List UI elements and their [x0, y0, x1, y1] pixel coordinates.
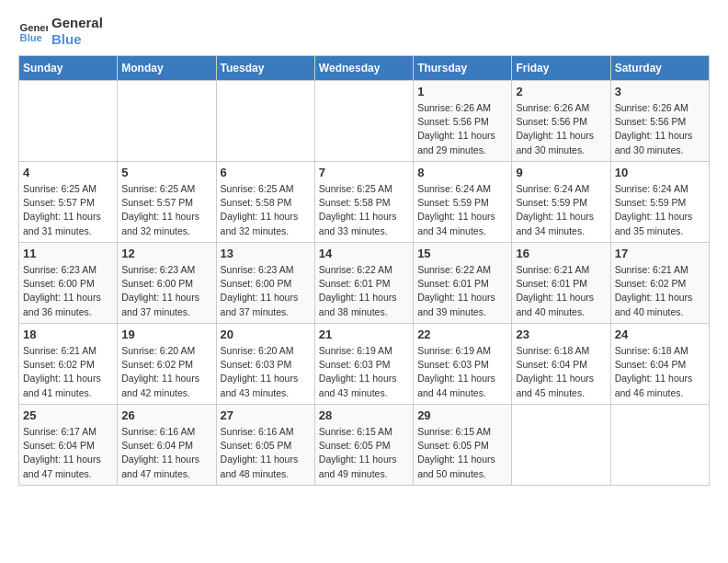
day-info: Sunrise: 6:26 AM Sunset: 5:56 PM Dayligh…	[516, 101, 606, 157]
day-info: Sunrise: 6:15 AM Sunset: 6:05 PM Dayligh…	[417, 425, 507, 481]
calendar-cell: 5Sunrise: 6:25 AM Sunset: 5:57 PM Daylig…	[118, 162, 216, 243]
page-header: General Blue General Blue	[18, 15, 710, 48]
calendar-cell: 22Sunrise: 6:19 AM Sunset: 6:03 PM Dayli…	[414, 324, 512, 405]
day-number: 11	[23, 247, 113, 260]
calendar-cell: 16Sunrise: 6:21 AM Sunset: 6:01 PM Dayli…	[512, 243, 610, 324]
calendar-cell: 26Sunrise: 6:16 AM Sunset: 6:04 PM Dayli…	[118, 405, 216, 486]
day-info: Sunrise: 6:26 AM Sunset: 5:56 PM Dayligh…	[615, 101, 705, 157]
col-thursday: Thursday	[414, 56, 512, 81]
calendar-cell: 1Sunrise: 6:26 AM Sunset: 5:56 PM Daylig…	[414, 81, 512, 162]
col-wednesday: Wednesday	[314, 56, 413, 81]
svg-text:General: General	[20, 22, 48, 33]
day-number: 2	[516, 85, 606, 98]
calendar-cell: 19Sunrise: 6:20 AM Sunset: 6:02 PM Dayli…	[118, 324, 216, 405]
day-number: 16	[516, 247, 606, 260]
day-number: 10	[615, 166, 705, 179]
col-monday: Monday	[118, 56, 216, 81]
day-info: Sunrise: 6:25 AM Sunset: 5:58 PM Dayligh…	[319, 182, 409, 238]
day-number: 20	[221, 327, 311, 341]
day-number: 23	[516, 327, 606, 341]
day-number: 27	[221, 408, 311, 422]
calendar-cell: 25Sunrise: 6:17 AM Sunset: 6:04 PM Dayli…	[19, 405, 118, 486]
day-info: Sunrise: 6:24 AM Sunset: 5:59 PM Dayligh…	[417, 182, 507, 238]
calendar-cell	[314, 81, 413, 162]
day-info: Sunrise: 6:20 AM Sunset: 6:03 PM Dayligh…	[221, 344, 311, 400]
day-info: Sunrise: 6:16 AM Sunset: 6:04 PM Dayligh…	[121, 425, 211, 481]
day-number: 4	[23, 166, 113, 179]
calendar-cell: 11Sunrise: 6:23 AM Sunset: 6:00 PM Dayli…	[19, 243, 118, 324]
calendar-cell: 29Sunrise: 6:15 AM Sunset: 6:05 PM Dayli…	[414, 405, 512, 486]
day-number: 3	[615, 85, 705, 98]
day-info: Sunrise: 6:23 AM Sunset: 6:00 PM Dayligh…	[23, 263, 113, 319]
calendar-cell: 27Sunrise: 6:16 AM Sunset: 6:05 PM Dayli…	[216, 405, 314, 486]
day-info: Sunrise: 6:20 AM Sunset: 6:02 PM Dayligh…	[121, 344, 211, 400]
calendar-cell: 2Sunrise: 6:26 AM Sunset: 5:56 PM Daylig…	[512, 81, 610, 162]
calendar-cell: 8Sunrise: 6:24 AM Sunset: 5:59 PM Daylig…	[414, 162, 512, 243]
day-number: 26	[121, 408, 211, 422]
calendar-cell	[512, 405, 610, 486]
calendar-cell: 3Sunrise: 6:26 AM Sunset: 5:56 PM Daylig…	[610, 81, 709, 162]
calendar-cell: 21Sunrise: 6:19 AM Sunset: 6:03 PM Dayli…	[314, 324, 413, 405]
calendar-cell: 9Sunrise: 6:24 AM Sunset: 5:59 PM Daylig…	[512, 162, 610, 243]
day-number: 6	[221, 166, 311, 179]
logo: General Blue General Blue	[18, 15, 103, 48]
calendar-cell	[19, 81, 118, 162]
calendar-cell	[216, 81, 314, 162]
col-saturday: Saturday	[610, 56, 709, 81]
day-number: 17	[615, 247, 705, 260]
day-number: 15	[417, 247, 507, 260]
day-number: 21	[319, 327, 409, 341]
calendar-cell: 28Sunrise: 6:15 AM Sunset: 6:05 PM Dayli…	[314, 405, 413, 486]
day-info: Sunrise: 6:16 AM Sunset: 6:05 PM Dayligh…	[221, 425, 311, 481]
day-info: Sunrise: 6:24 AM Sunset: 5:59 PM Dayligh…	[516, 182, 606, 238]
calendar-cell: 10Sunrise: 6:24 AM Sunset: 5:59 PM Dayli…	[610, 162, 709, 243]
svg-text:Blue: Blue	[20, 32, 42, 43]
calendar-cell: 17Sunrise: 6:21 AM Sunset: 6:02 PM Dayli…	[610, 243, 709, 324]
calendar-cell: 7Sunrise: 6:25 AM Sunset: 5:58 PM Daylig…	[314, 162, 413, 243]
day-number: 5	[121, 166, 211, 179]
calendar-cell: 20Sunrise: 6:20 AM Sunset: 6:03 PM Dayli…	[216, 324, 314, 405]
calendar-cell: 15Sunrise: 6:22 AM Sunset: 6:01 PM Dayli…	[414, 243, 512, 324]
day-number: 18	[23, 327, 113, 341]
day-number: 19	[121, 327, 211, 341]
calendar-table: Sunday Monday Tuesday Wednesday Thursday…	[18, 55, 710, 486]
day-number: 9	[516, 166, 606, 179]
day-number: 13	[221, 247, 311, 260]
col-tuesday: Tuesday	[216, 56, 314, 81]
calendar-cell: 13Sunrise: 6:23 AM Sunset: 6:00 PM Dayli…	[216, 243, 314, 324]
day-number: 24	[615, 327, 705, 341]
day-number: 8	[417, 166, 507, 179]
day-info: Sunrise: 6:17 AM Sunset: 6:04 PM Dayligh…	[23, 425, 113, 481]
day-info: Sunrise: 6:25 AM Sunset: 5:57 PM Dayligh…	[121, 182, 211, 238]
col-friday: Friday	[512, 56, 610, 81]
day-info: Sunrise: 6:19 AM Sunset: 6:03 PM Dayligh…	[319, 344, 409, 400]
day-info: Sunrise: 6:21 AM Sunset: 6:02 PM Dayligh…	[23, 344, 113, 400]
day-number: 14	[319, 247, 409, 260]
day-info: Sunrise: 6:25 AM Sunset: 5:57 PM Dayligh…	[23, 182, 113, 238]
calendar-header-row: Sunday Monday Tuesday Wednesday Thursday…	[19, 56, 710, 81]
calendar-cell: 14Sunrise: 6:22 AM Sunset: 6:01 PM Dayli…	[314, 243, 413, 324]
day-info: Sunrise: 6:19 AM Sunset: 6:03 PM Dayligh…	[417, 344, 507, 400]
calendar-cell: 18Sunrise: 6:21 AM Sunset: 6:02 PM Dayli…	[19, 324, 118, 405]
day-number: 1	[417, 85, 507, 98]
calendar-week-row: 25Sunrise: 6:17 AM Sunset: 6:04 PM Dayli…	[19, 405, 710, 486]
day-info: Sunrise: 6:15 AM Sunset: 6:05 PM Dayligh…	[319, 425, 409, 481]
calendar-cell	[118, 81, 216, 162]
calendar-week-row: 4Sunrise: 6:25 AM Sunset: 5:57 PM Daylig…	[19, 162, 710, 243]
day-info: Sunrise: 6:25 AM Sunset: 5:58 PM Dayligh…	[221, 182, 311, 238]
calendar-cell: 12Sunrise: 6:23 AM Sunset: 6:00 PM Dayli…	[118, 243, 216, 324]
day-info: Sunrise: 6:18 AM Sunset: 6:04 PM Dayligh…	[516, 344, 606, 400]
day-info: Sunrise: 6:21 AM Sunset: 6:01 PM Dayligh…	[516, 263, 606, 319]
day-number: 12	[121, 247, 211, 260]
calendar-cell	[610, 405, 709, 486]
day-info: Sunrise: 6:21 AM Sunset: 6:02 PM Dayligh…	[615, 263, 705, 319]
day-info: Sunrise: 6:24 AM Sunset: 5:59 PM Dayligh…	[615, 182, 705, 238]
col-sunday: Sunday	[19, 56, 118, 81]
day-number: 29	[417, 408, 507, 422]
calendar-cell: 24Sunrise: 6:18 AM Sunset: 6:04 PM Dayli…	[610, 324, 709, 405]
day-number: 25	[23, 408, 113, 422]
day-number: 28	[319, 408, 409, 422]
day-number: 7	[319, 166, 409, 179]
calendar-cell: 4Sunrise: 6:25 AM Sunset: 5:57 PM Daylig…	[19, 162, 118, 243]
day-number: 22	[417, 327, 507, 341]
